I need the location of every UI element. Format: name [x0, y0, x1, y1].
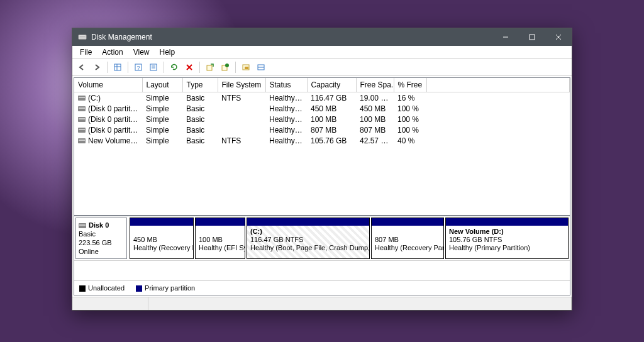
back-button[interactable] — [75, 60, 89, 74]
column-headers: Volume Layout Type File System Status Ca… — [74, 78, 570, 92]
legend-primary: Primary partition — [145, 284, 195, 292]
menu-file[interactable]: File — [75, 47, 97, 58]
forward-button[interactable] — [90, 60, 104, 74]
svg-point-19 — [225, 63, 229, 67]
svg-rect-12 — [150, 64, 157, 70]
col-type[interactable]: Type — [182, 78, 218, 92]
menu-help[interactable]: Help — [155, 47, 180, 58]
volume-icon — [78, 128, 86, 133]
disk-name: Disk 0 — [89, 221, 109, 229]
disk-state: Online — [79, 248, 99, 255]
table-row[interactable]: New Volume (D:)SimpleBasicNTFSHealthy (P… — [74, 135, 570, 146]
table-row[interactable]: (Disk 0 partition 1)SimpleBasicHealthy (… — [74, 103, 570, 114]
legend: Unallocated Primary partition — [74, 280, 570, 295]
layout-icon[interactable] — [254, 60, 268, 74]
volume-icon — [78, 138, 86, 143]
legend-unallocated: Unallocated — [88, 284, 125, 292]
graphical-view: Disk 0 Basic 223.56 GB Online 450 MBHeal… — [74, 216, 570, 295]
svg-rect-0 — [79, 35, 86, 40]
table-row[interactable]: (C:)SimpleBasicNTFSHealthy (B...116.47 G… — [74, 92, 570, 104]
disk-icon — [79, 223, 86, 228]
col-status[interactable]: Status — [265, 78, 307, 92]
svg-rect-2 — [80, 38, 86, 38]
toolbar: ? — [72, 59, 572, 76]
svg-rect-17 — [207, 65, 212, 70]
delete-icon[interactable] — [182, 60, 196, 74]
statusbar — [72, 297, 572, 310]
col-pct[interactable]: % Free — [394, 78, 426, 92]
refresh-icon[interactable] — [167, 60, 181, 74]
close-button[interactable] — [545, 28, 572, 46]
partition[interactable]: 450 MBHealthy (Recovery P — [130, 218, 194, 259]
settings-icon[interactable] — [239, 60, 253, 74]
volume-icon — [78, 96, 86, 101]
disk-management-window: Disk Management File Action View Help ? — [72, 28, 572, 311]
disk-size: 223.56 GB — [79, 239, 112, 246]
titlebar[interactable]: Disk Management — [72, 28, 572, 46]
disk-info[interactable]: Disk 0 Basic 223.56 GB Online — [75, 218, 127, 259]
svg-rect-7 — [114, 64, 121, 70]
view-list-icon[interactable] — [111, 60, 125, 74]
col-capacity[interactable]: Capacity — [307, 78, 356, 92]
partition[interactable]: 807 MBHealthy (Recovery Part — [371, 218, 444, 259]
unallocated-swatch — [79, 285, 86, 292]
properties-icon[interactable] — [147, 60, 160, 74]
primary-swatch — [136, 285, 142, 292]
undo-icon[interactable] — [203, 60, 217, 74]
svg-text:?: ? — [136, 65, 140, 71]
table-row[interactable]: (Disk 0 partition 5)SimpleBasicHealthy (… — [74, 124, 570, 135]
window-title: Disk Management — [91, 33, 492, 41]
maximize-button[interactable] — [519, 28, 545, 46]
col-layout[interactable]: Layout — [142, 78, 182, 92]
svg-rect-21 — [245, 67, 248, 69]
svg-rect-4 — [530, 35, 535, 40]
app-icon — [77, 32, 87, 42]
partition[interactable]: 100 MBHealthy (EFI Sy — [195, 218, 245, 259]
menubar: File Action View Help — [72, 46, 572, 59]
help-icon[interactable]: ? — [131, 60, 145, 74]
minimize-button[interactable] — [492, 28, 519, 46]
partition[interactable]: New Volume (D:)105.76 GB NTFSHealthy (Pr… — [445, 218, 569, 259]
col-fs[interactable]: File System — [218, 78, 265, 92]
menu-view[interactable]: View — [128, 47, 155, 58]
svg-rect-1 — [80, 36, 86, 36]
volume-icon — [78, 117, 86, 122]
disk-type: Basic — [79, 230, 96, 238]
apply-icon[interactable] — [218, 60, 232, 74]
col-free[interactable]: Free Spa... — [356, 78, 394, 92]
volume-list[interactable]: Volume Layout Type File System Status Ca… — [74, 78, 570, 216]
partition[interactable]: (C:)116.47 GB NTFSHealthy (Boot, Page Fi… — [247, 218, 370, 259]
menu-action[interactable]: Action — [97, 47, 128, 58]
volume-icon — [78, 106, 86, 111]
table-row[interactable]: (Disk 0 partition 2)SimpleBasicHealthy (… — [74, 114, 570, 124]
col-volume[interactable]: Volume — [74, 78, 142, 92]
